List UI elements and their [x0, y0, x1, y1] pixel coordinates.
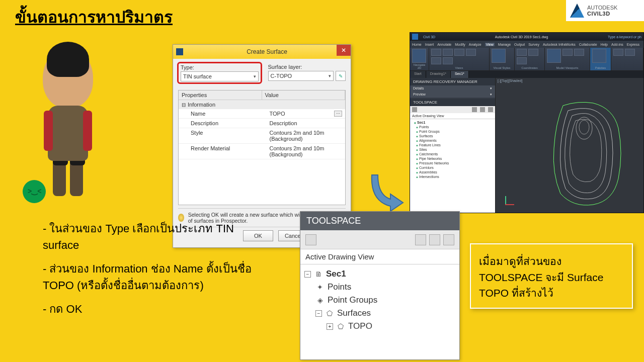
prospector-tree[interactable]: Sec1 Points Point Groups Surfaces Alignm…	[410, 119, 495, 213]
toolspace-button[interactable]	[592, 49, 606, 63]
brand-badge: AUTODESKCIVIL3D	[566, 0, 644, 21]
ellipsis-icon[interactable]: ⋯	[334, 111, 342, 117]
svg-point-0	[576, 117, 592, 139]
toolbar-icon[interactable]	[429, 234, 440, 245]
app-icon	[176, 48, 183, 55]
layer-label: Surface layer:	[268, 64, 346, 70]
back-button[interactable]	[412, 49, 426, 63]
properties-grid: Properties Value Information NameTOPO⋯ D…	[178, 90, 346, 205]
tree-item-topo[interactable]: +⬠TOPO	[304, 320, 455, 333]
toolspace-toolbar[interactable]	[300, 230, 459, 249]
point-groups-icon: ◈	[315, 296, 325, 305]
drm-preview[interactable]: Preview▾	[410, 92, 495, 98]
table-row[interactable]: Render MaterialContours 2m and 10m (Back…	[179, 144, 345, 159]
drawing-icon: 🗎	[314, 269, 323, 279]
view-selector[interactable]: Active Drawing View	[410, 113, 495, 119]
toolspace-panel: TOOLSPACE Active Drawing View −🗎Sec1 ✦Po…	[300, 211, 460, 360]
drm-details[interactable]: Details▾	[410, 85, 495, 92]
viewport-label[interactable]: [-][Top][Shaded]	[498, 79, 522, 82]
layer-field[interactable]: C-TOPO	[268, 71, 334, 81]
ribbon[interactable]: Navigate 2D Views Visual Styles Coordina…	[410, 48, 643, 71]
menu-bar[interactable]: HomeInsertAnnotateModifyAnalyzeViewManag…	[410, 41, 643, 48]
dialog-title: Create Surface	[186, 48, 348, 55]
view-selector[interactable]: Active Drawing View	[300, 249, 459, 264]
type-highlight: Type: TIN surface	[177, 62, 262, 84]
laughing-emoji-icon	[23, 180, 46, 203]
table-row[interactable]: DescriptionDescription	[179, 119, 345, 128]
app-menu-icon[interactable]	[412, 34, 418, 40]
drm-title: DRAWING RECOVERY MANAGER	[410, 78, 495, 85]
surfaces-icon: ⬠	[325, 309, 334, 318]
titlebar: Civil 3D Autodesk Civil 3D 2019 Sec1.dwg…	[410, 33, 643, 41]
type-dropdown[interactable]: TIN surface	[181, 71, 259, 81]
toolbar-icon[interactable]	[415, 234, 426, 245]
arrow-icon	[370, 170, 405, 215]
tree-root[interactable]: −🗎Sec1	[304, 267, 455, 281]
tree-item[interactable]: ✦Points	[304, 281, 455, 294]
prospector-tree[interactable]: −🗎Sec1 ✦Points ◈Point Groups −⬠Surfaces …	[300, 264, 459, 336]
toolspace-header: TOOLSPACE	[300, 212, 459, 230]
info-section[interactable]: Information	[179, 100, 345, 109]
table-row[interactable]: StyleContours 2m and 10m (Background)	[179, 128, 345, 144]
note-box: เมื่อมาดูที่ส่วนของ TOOLSPACE จะมี Surfa…	[470, 243, 633, 309]
layer-picker-icon[interactable]: ✎	[336, 71, 346, 81]
contour-icon	[548, 98, 628, 209]
toolbar-icon[interactable]	[443, 234, 454, 245]
home-icon[interactable]	[305, 234, 316, 245]
left-panel: DRAWING RECOVERY MANAGER Details▾ Previe…	[410, 78, 496, 213]
page-title: ขั้นตอนการหาปริมาตร	[15, 4, 173, 30]
dialog-titlebar[interactable]: Create Surface ✕	[173, 45, 351, 59]
svg-point-1	[579, 120, 589, 134]
close-icon[interactable]: ✕	[337, 45, 351, 56]
toolspace-title: TOOLSPACE	[410, 99, 495, 106]
col-properties: Properties	[179, 90, 262, 100]
viewport[interactable]: [-][Top][Shaded]	[496, 78, 643, 213]
civil3d-window: Civil 3D Autodesk Civil 3D 2019 Sec1.dwg…	[410, 32, 644, 213]
brand-text: AUTODESKCIVIL3D	[587, 5, 617, 17]
doc-tabs[interactable]: Start Drawing1* Sec1*	[410, 71, 643, 78]
table-row[interactable]: NameTOPO⋯	[179, 109, 345, 119]
points-icon: ✦	[315, 283, 325, 292]
instructions: - ในส่วนของ Type เลือกเป็นประเภท TIN sur…	[43, 220, 259, 324]
ucs-icon	[503, 192, 516, 205]
tree-item[interactable]: −⬠Surfaces	[304, 307, 455, 320]
tree-item[interactable]: ◈Point Groups	[304, 294, 455, 307]
col-value: Value	[262, 90, 346, 100]
type-label: Type:	[181, 64, 259, 70]
autodesk-logo-icon	[570, 4, 584, 18]
toolspace-toolbar[interactable]	[410, 106, 495, 113]
surface-icon: ⬠	[336, 322, 345, 331]
